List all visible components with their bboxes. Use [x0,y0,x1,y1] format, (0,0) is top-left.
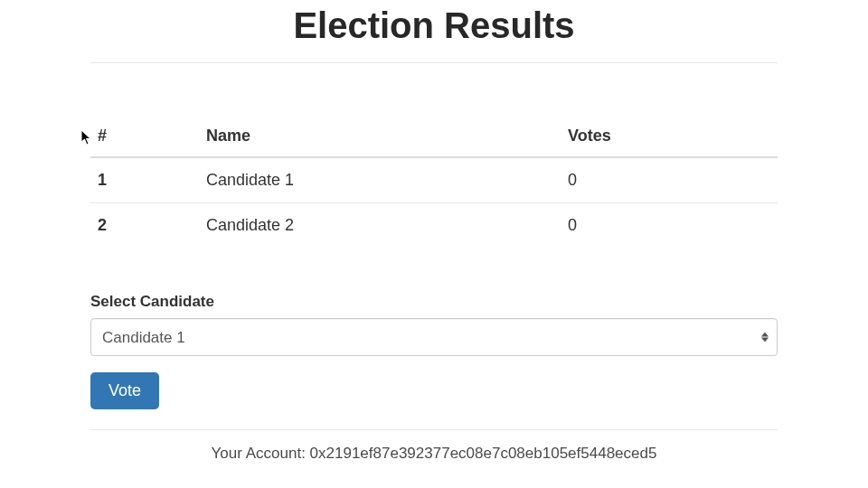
account-label: Your Account: [212,445,310,462]
vote-button[interactable]: Vote [90,372,159,409]
cell-num: 1 [90,157,199,203]
cell-votes: 0 [561,203,778,249]
cell-name: Candidate 2 [199,203,561,249]
account-info: Your Account: 0x2191ef87e392377ec08e7c08… [90,445,778,463]
account-value: 0x2191ef87e392377ec08e7c08eb105ef5448ece… [310,445,657,462]
col-header-num: # [90,117,199,157]
select-candidate-label: Select Candidate [90,293,778,311]
col-header-votes: Votes [561,117,778,157]
cell-name: Candidate 1 [199,157,561,203]
table-row: 2 Candidate 2 0 [90,203,778,249]
results-table: # Name Votes 1 Candidate 1 0 2 Candidate… [90,117,778,248]
col-header-name: Name [199,117,561,157]
cell-votes: 0 [561,157,778,203]
divider-bottom [90,429,778,430]
candidate-select[interactable]: Candidate 1 [90,318,778,356]
table-row: 1 Candidate 1 0 [90,157,778,203]
page-title: Election Results [90,5,778,46]
cell-num: 2 [90,203,199,249]
